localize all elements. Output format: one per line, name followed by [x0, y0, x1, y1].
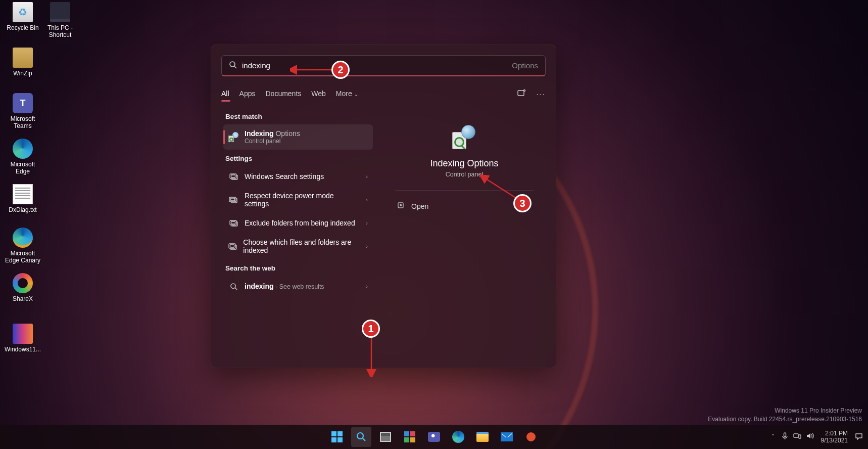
result-web-indexing[interactable]: indexing - See web results ›: [223, 276, 373, 296]
sharex-icon: [13, 273, 33, 293]
winzip-icon: [13, 48, 33, 68]
result-setting-2[interactable]: Exclude folders from being indexed›: [223, 213, 373, 233]
recycle-bin-icon: [13, 2, 33, 22]
detail-subtitle: Control panel: [395, 171, 534, 178]
taskbar-edge[interactable]: [448, 427, 468, 447]
search-completion: Options: [512, 61, 538, 70]
desktop-icon-winzip[interactable]: WinZip: [4, 48, 41, 77]
result-label: Windows Search settings: [245, 172, 324, 181]
more-options-icon[interactable]: ···: [536, 89, 546, 98]
desktop-icon-label: This PC - Shortcut: [41, 24, 79, 39]
microsoft-edge-icon: [13, 139, 33, 159]
result-label: Respect device power mode settings: [245, 192, 360, 208]
svg-point-3: [524, 89, 525, 91]
best-match-header: Best match: [223, 108, 373, 124]
search-icon: [229, 61, 237, 70]
chevron-right-icon: ›: [366, 283, 368, 289]
desktop-icon-windows11-img[interactable]: Windows11...: [4, 324, 41, 353]
open-action[interactable]: Open: [395, 197, 534, 215]
svg-rect-2: [518, 91, 524, 96]
svg-rect-7: [231, 198, 235, 201]
result-setting-1[interactable]: Respect device power mode settings›: [223, 187, 373, 213]
svg-rect-11: [230, 245, 234, 247]
desktop-icon-label: DxDiag.txt: [4, 206, 41, 213]
settings-icon: [228, 241, 237, 251]
taskbar-mail[interactable]: [497, 427, 517, 447]
search-input[interactable]: [242, 61, 510, 70]
notifications-icon[interactable]: [855, 432, 863, 442]
tab-all[interactable]: All: [221, 86, 229, 101]
desktop-icon-dxdiag-txt[interactable]: DxDiag.txt: [4, 184, 41, 213]
open-icon: [397, 202, 404, 210]
result-setting-0[interactable]: Windows Search settings›: [223, 166, 373, 187]
search-icon: [228, 281, 238, 291]
volume-icon[interactable]: [806, 432, 814, 441]
windows11-img-icon: [13, 324, 33, 344]
desktop-icon-recycle-bin[interactable]: Recycle Bin: [4, 2, 41, 31]
desktop-icon-edge-canary[interactable]: Microsoft Edge Canary: [4, 228, 41, 264]
microsoft-teams-icon: [13, 93, 33, 113]
svg-rect-22: [799, 435, 801, 438]
desktop-icon-label: Microsoft Edge: [4, 161, 41, 175]
desktop-icon-label: Windows11...: [4, 346, 41, 353]
annotation-badge-3: 3: [513, 194, 532, 212]
svg-rect-5: [231, 175, 235, 177]
annotation-badge-2: 2: [331, 61, 350, 79]
tab-web[interactable]: Web: [311, 86, 326, 101]
taskbar-recording[interactable]: [521, 427, 541, 447]
svg-point-12: [230, 283, 235, 288]
settings-icon: [228, 171, 238, 182]
chevron-right-icon: ›: [366, 173, 368, 179]
search-web-header: Search the web: [223, 259, 373, 276]
svg-rect-20: [784, 433, 786, 437]
start-button[interactable]: [327, 427, 347, 447]
screen-snip-icon[interactable]: [517, 88, 526, 99]
tab-apps[interactable]: Apps: [239, 86, 256, 101]
chevron-right-icon: ›: [366, 197, 368, 203]
svg-line-19: [363, 438, 365, 441]
result-label: Exclude folders from being indexed: [245, 219, 355, 227]
desktop-icon-label: ShareX: [4, 295, 41, 302]
svg-point-0: [230, 62, 235, 67]
tab-more[interactable]: More ⌄: [336, 86, 358, 101]
svg-rect-21: [794, 434, 798, 437]
search-box[interactable]: Options: [221, 55, 546, 76]
tray-chevron-icon[interactable]: ˄: [771, 433, 775, 440]
chevron-right-icon: ›: [366, 243, 368, 249]
dxdiag-txt-icon: [13, 184, 33, 204]
devices-icon[interactable]: [793, 432, 801, 441]
result-indexing-options[interactable]: Indexing Options Control panel: [223, 124, 373, 150]
search-tabs: All Apps Documents Web More ⌄ ···: [211, 86, 556, 101]
search-panel: Options All Apps Documents Web More ⌄ ··…: [211, 44, 556, 368]
detail-title: Indexing Options: [395, 158, 534, 169]
indexing-options-large-icon: [449, 125, 479, 149]
open-label: Open: [411, 202, 428, 210]
task-view-button[interactable]: [375, 427, 396, 447]
mic-icon[interactable]: [782, 432, 788, 441]
this-pc-shortcut-icon: [50, 2, 70, 22]
tab-documents[interactable]: Documents: [265, 86, 301, 101]
svg-point-18: [357, 433, 363, 439]
annotation-badge-1: 1: [362, 320, 380, 338]
taskbar-explorer[interactable]: [472, 427, 493, 447]
settings-icon: [228, 195, 238, 205]
desktop-icon-this-pc-shortcut[interactable]: This PC - Shortcut: [41, 2, 79, 39]
widgets-button[interactable]: [400, 427, 420, 447]
results-list: Best match Indexing Options Control pane…: [215, 108, 376, 363]
desktop-icon-label: Recycle Bin: [4, 24, 41, 31]
settings-icon: [228, 218, 238, 228]
svg-line-1: [234, 66, 236, 68]
desktop-icon-microsoft-teams[interactable]: Microsoft Teams: [4, 93, 41, 130]
chevron-right-icon: ›: [366, 220, 368, 226]
clock[interactable]: 2:01 PM9/13/2021: [821, 430, 848, 444]
taskbar: ˄ 2:01 PM9/13/2021: [0, 425, 868, 449]
desktop-icon-microsoft-edge[interactable]: Microsoft Edge: [4, 139, 41, 175]
result-setting-3[interactable]: Choose which files and folders are index…: [223, 233, 373, 259]
desktop-icon-sharex[interactable]: ShareX: [4, 273, 41, 302]
chat-button[interactable]: [424, 427, 444, 447]
taskbar-search-button[interactable]: [351, 427, 371, 447]
svg-line-13: [235, 288, 237, 290]
result-label: Choose which files and folders are index…: [243, 238, 360, 254]
indexing-options-icon: [228, 132, 238, 142]
edge-canary-icon: [13, 228, 33, 248]
